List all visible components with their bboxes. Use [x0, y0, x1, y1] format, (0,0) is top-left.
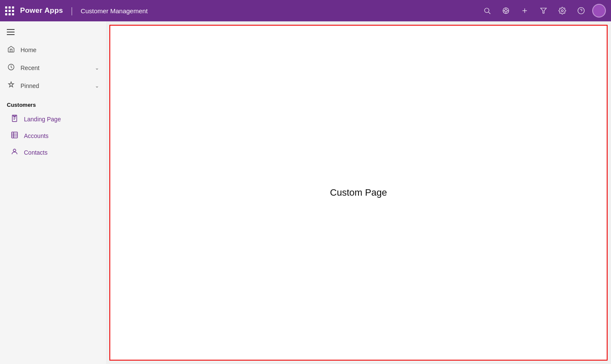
filter-button[interactable] [536, 3, 551, 18]
search-button[interactable] [479, 3, 495, 18]
svg-rect-16 [12, 132, 18, 138]
sidebar-home-label: Home [21, 47, 99, 53]
svg-point-3 [505, 9, 507, 12]
topbar-actions [479, 3, 606, 18]
sidebar-item-recent[interactable]: Recent ⌄ [0, 59, 106, 77]
svg-point-12 [578, 8, 585, 14]
sidebar-item-landing-page[interactable]: Landing Page [0, 111, 106, 127]
hamburger-menu[interactable] [0, 25, 106, 41]
svg-marker-10 [540, 8, 546, 13]
user-avatar[interactable] [592, 4, 606, 18]
sidebar: Home Recent ⌄ Pinned ⌄ Customers [0, 21, 106, 364]
custom-page-text: Custom Page [330, 187, 387, 198]
add-button[interactable] [517, 3, 532, 18]
help-button[interactable] [573, 3, 589, 18]
accounts-icon [10, 131, 19, 140]
sidebar-pinned-label: Pinned [21, 82, 90, 89]
sidebar-contacts-label: Contacts [24, 149, 47, 156]
customers-section-label: Customers [0, 95, 106, 111]
pinned-chevron-icon: ⌄ [95, 83, 99, 89]
svg-point-0 [485, 8, 489, 13]
recent-icon [7, 63, 15, 73]
sidebar-item-home[interactable]: Home [0, 41, 106, 59]
svg-point-11 [561, 10, 564, 12]
svg-point-20 [13, 149, 16, 152]
sidebar-item-pinned[interactable]: Pinned ⌄ [0, 77, 106, 95]
waffle-icon[interactable] [5, 6, 14, 15]
sidebar-accounts-label: Accounts [24, 132, 49, 139]
topbar-divider: | [71, 6, 73, 16]
target-button[interactable] [498, 3, 514, 18]
topbar-appname: Customer Management [81, 7, 148, 15]
content-area: Custom Page [106, 21, 611, 364]
settings-button[interactable] [555, 3, 570, 18]
sidebar-item-contacts[interactable]: Contacts [0, 144, 106, 161]
sidebar-item-accounts[interactable]: Accounts [0, 127, 106, 144]
landing-page-icon [10, 114, 19, 123]
sidebar-recent-label: Recent [21, 65, 90, 71]
recent-chevron-icon: ⌄ [95, 65, 99, 71]
contacts-icon [10, 148, 19, 157]
pinned-icon [7, 81, 15, 91]
topbar: Power Apps | Customer Management [0, 0, 611, 21]
sidebar-landing-page-label: Landing Page [24, 116, 61, 123]
topbar-brand: Power Apps [20, 6, 63, 15]
topbar-left: Power Apps | Customer Management [5, 6, 479, 16]
home-icon [7, 45, 15, 55]
main-container: Home Recent ⌄ Pinned ⌄ Customers [0, 21, 611, 364]
content-inner: Custom Page [109, 25, 608, 361]
svg-line-1 [488, 12, 490, 14]
